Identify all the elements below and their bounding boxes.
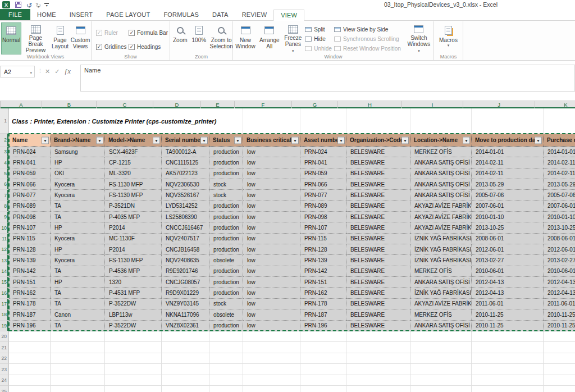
cell[interactable]: 2013-05-29 [544,179,575,190]
cell[interactable] [51,375,105,386]
cell[interactable] [209,364,243,375]
cell[interactable]: PRN-187 [300,309,346,320]
cell[interactable]: PRN-024 [9,147,51,157]
row-header-19[interactable]: 19 [0,321,9,331]
row-header-18[interactable]: 18 [0,309,9,320]
cell[interactable]: 2014-02-11 [544,157,575,168]
checkbox-ruler[interactable]: ✓ Ruler [96,28,129,37]
cell[interactable]: PRN-178 [300,299,346,309]
normal-view-button[interactable]: Normal [1,22,21,54]
cell[interactable]: PRN-041 [9,157,51,168]
header-cell-organization-code[interactable]: Organization->Code▼ [346,134,410,147]
switch-windows-button[interactable]: Switch Windows ▾ [405,22,432,54]
filter-button[interactable]: ▼ [291,136,299,144]
cell[interactable]: ANKARA SATIŞ OFİSİ [410,157,472,168]
cell[interactable]: NQV2407517 [162,234,209,244]
cell[interactable]: PRN-151 [300,277,346,288]
cell[interactable]: obsolete [209,255,243,266]
cell[interactable] [300,364,346,375]
cell[interactable]: low [243,321,300,331]
cell[interactable]: low [243,234,300,244]
cell[interactable]: NQV2408635 [162,255,209,266]
cell[interactable] [472,108,544,134]
cell[interactable] [410,342,472,353]
cell[interactable] [410,375,472,386]
cell[interactable]: PRN-142 [9,266,51,277]
cell[interactable]: MERKEZ OFİS [410,266,472,277]
cell[interactable]: BELESWARE [346,222,410,233]
cell[interactable]: TA900012-A [162,147,209,157]
column-header-H[interactable]: H [338,101,402,108]
cell[interactable] [544,386,575,392]
filter-button[interactable]: ▼ [337,136,345,144]
cell[interactable]: low [243,299,300,309]
cell[interactable]: BELESWARE [346,201,410,212]
cell[interactable]: 2011-06-01 [544,299,575,309]
row-header-23[interactable]: 23 [0,364,9,375]
cell[interactable]: 2012-04-13 [472,288,544,298]
cell[interactable] [243,364,300,375]
cell[interactable]: PRN-128 [300,244,346,255]
cell[interactable]: ANKARA SATIŞ OFİSİ [410,321,472,331]
row-header-21[interactable]: 21 [0,342,9,353]
cell[interactable]: low [243,212,300,222]
cell[interactable]: TA [51,201,105,212]
cell[interactable]: low [243,222,300,233]
cell[interactable] [544,342,575,353]
cell[interactable] [9,353,51,364]
row-header-24[interactable]: 24 [0,375,9,386]
cell[interactable]: HP [51,157,105,168]
cell[interactable]: 2012-04-13 [544,288,575,298]
cell[interactable] [9,331,51,343]
cell[interactable]: BELESWARE [346,234,410,244]
cell[interactable] [105,364,162,375]
cell[interactable]: R9E9201746 [162,266,209,277]
cell[interactable] [51,386,105,392]
cell[interactable] [472,353,544,364]
page-break-preview-button[interactable]: Page Break Preview [22,22,49,54]
cell[interactable] [346,108,410,134]
save-icon[interactable] [15,2,21,8]
cell[interactable] [410,353,472,364]
row-header-11[interactable]: 11 [0,234,9,244]
tab-review[interactable]: REVIEW [235,9,274,20]
header-cell-brand-name[interactable]: Brand->Name▼ [51,134,105,147]
cell[interactable]: low [243,288,300,298]
row-header-9[interactable]: 9 [0,212,9,222]
cell[interactable]: low [243,266,300,277]
cell[interactable] [300,386,346,392]
cell[interactable]: PRN-128 [9,244,51,255]
cell[interactable]: NQV2306530 [162,179,209,190]
cell[interactable] [243,353,300,364]
cell[interactable]: PRN-178 [9,299,51,309]
cell[interactable]: 1320 [105,277,162,288]
filter-button[interactable]: ▼ [463,136,470,144]
name-box[interactable]: A2 ▾ [0,66,35,78]
cell[interactable]: production [209,147,243,157]
cell[interactable] [472,364,544,375]
name-box-dropdown-icon[interactable]: ▾ [30,71,32,75]
cell[interactable] [346,375,410,386]
column-header-G[interactable]: G [292,101,338,108]
undo-button[interactable]: ↺▾ [26,0,30,10]
tab-insert[interactable]: INSERT [63,9,99,20]
cell[interactable]: CNCJG08057 [162,277,209,288]
cell[interactable]: BELESWARE [346,299,410,309]
tab-page-layout[interactable]: PAGE LAYOUT [99,9,157,20]
cell[interactable]: low [243,277,300,288]
cell[interactable] [105,331,162,343]
cell[interactable]: AKYAZI AVİZE FABRİKASI [410,212,472,222]
cell[interactable]: TA [51,288,105,298]
cell[interactable]: 2014-01-01 [472,147,544,157]
filter-button[interactable]: ▼ [42,136,49,144]
cell[interactable]: MERKEZ OFİS [410,309,472,320]
cell[interactable] [209,353,243,364]
cell[interactable]: production [209,321,243,331]
cell[interactable] [162,386,209,392]
row-header-7[interactable]: 7 [0,190,9,200]
column-header-F[interactable]: F [235,101,292,108]
cell[interactable]: HP [51,277,105,288]
cell[interactable]: PRN-066 [9,179,51,190]
cell[interactable] [162,353,209,364]
cell[interactable] [162,342,209,353]
